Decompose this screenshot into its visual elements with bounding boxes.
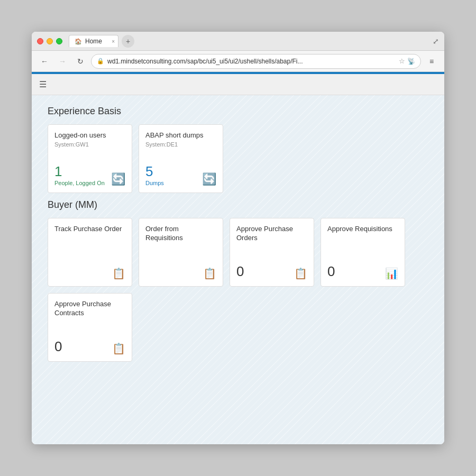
experience-basis-cards: Logged-on users System:GW1 1 People, Log…: [48, 124, 428, 193]
tab-area: 🏠 Home × +: [69, 35, 433, 48]
expand-icon[interactable]: ⤢: [433, 37, 439, 45]
card-header: ABAP short dumps System:DE1: [145, 131, 216, 148]
card-bottom: 📋: [54, 267, 125, 280]
forward-button[interactable]: →: [55, 54, 70, 69]
card-bottom: 1 People, Logged On 🔄: [54, 163, 125, 186]
card-header: Logged-on users System:GW1: [54, 131, 125, 148]
cast-icon[interactable]: 📡: [407, 58, 415, 65]
bookmark-icon[interactable]: ☆: [399, 57, 405, 65]
card-label: Dumps: [145, 180, 164, 186]
document-icon: 📋: [203, 267, 216, 280]
card-value: 0: [236, 263, 244, 280]
card-bottom: 5 Dumps 🔄: [145, 163, 216, 186]
buyer-mm-cards-row2: Approve Purchase Contracts 0 📋: [48, 293, 428, 362]
card-title: Track Purchase Order: [54, 225, 125, 234]
card-subtitle: System:DE1: [145, 141, 216, 148]
approve-purchase-orders-card[interactable]: Approve Purchase Orders 0 📋: [230, 218, 314, 287]
address-bar[interactable]: 🔒 wd1.mindsetconsulting.com/sap/bc/ui5_u…: [91, 54, 421, 69]
document-icon: 📋: [112, 267, 125, 280]
tab-close-button[interactable]: ×: [112, 39, 115, 44]
card-value: 0: [54, 338, 62, 355]
card-value-col: 5 Dumps: [145, 163, 164, 186]
document-icon: 📋: [294, 267, 307, 280]
card-title: Approve Purchase Orders: [236, 225, 307, 243]
abap-short-dumps-card[interactable]: ABAP short dumps System:DE1 5 Dumps 🔄: [139, 124, 223, 193]
traffic-lights: [37, 38, 62, 44]
card-subtitle: System:GW1: [54, 141, 125, 148]
card-value: 0: [327, 263, 335, 280]
buyer-mm-title: Buyer (MM): [48, 199, 428, 210]
card-value-col: 1 People, Logged On: [54, 163, 105, 186]
card-header: Track Purchase Order: [54, 225, 125, 234]
card-title: ABAP short dumps: [145, 131, 216, 140]
experience-basis-title: Experience Basis: [48, 106, 428, 117]
tab-label: Home: [85, 38, 102, 45]
lock-icon: 🔒: [97, 58, 104, 65]
active-tab[interactable]: 🏠 Home ×: [69, 35, 118, 47]
document-icon: 📋: [112, 342, 125, 355]
close-window-button[interactable]: [37, 38, 43, 44]
barcode-icon: 📊: [385, 267, 398, 280]
main-content: Experience Basis Logged-on users System:…: [32, 95, 444, 444]
buyer-mm-cards-row1: Track Purchase Order 📋 Order from Requis…: [48, 218, 428, 287]
url-text: wd1.mindsetconsulting.com/sap/bc/ui5_ui5…: [107, 58, 396, 65]
card-title: Order from Requisitions: [145, 225, 216, 243]
card-bottom: 📋: [145, 267, 216, 280]
refresh-icon: 🔄: [202, 172, 216, 186]
menu-button[interactable]: ≡: [424, 54, 439, 69]
tab-favicon: 🏠: [75, 38, 82, 45]
refresh-icon: 🔄: [111, 172, 125, 186]
title-bar: 🏠 Home × + ⤢: [32, 32, 444, 51]
refresh-button[interactable]: ↻: [73, 54, 88, 69]
card-header: Order from Requisitions: [145, 225, 216, 243]
logged-on-users-card[interactable]: Logged-on users System:GW1 1 People, Log…: [48, 124, 132, 193]
card-title: Approve Purchase Contracts: [54, 300, 125, 318]
experience-basis-section: Experience Basis Logged-on users System:…: [48, 106, 428, 193]
minimize-window-button[interactable]: [47, 38, 53, 44]
card-bottom: 0 📋: [236, 263, 307, 280]
card-value: 1: [54, 163, 105, 180]
track-purchase-order-card[interactable]: Track Purchase Order 📋: [48, 218, 132, 287]
window-controls: ⤢: [433, 37, 439, 45]
card-title: Approve Requisitions: [327, 225, 398, 234]
nav-bar: ← → ↻ 🔒 wd1.mindsetconsulting.com/sap/bc…: [32, 51, 444, 72]
card-value: 5: [145, 163, 164, 180]
card-title: Logged-on users: [54, 131, 125, 140]
order-from-requisitions-card[interactable]: Order from Requisitions 📋: [139, 218, 223, 287]
maximize-window-button[interactable]: [56, 38, 62, 44]
address-icons: ☆ 📡: [399, 57, 415, 65]
card-bottom: 0 📋: [54, 338, 125, 355]
browser-window: 🏠 Home × + ⤢ ← → ↻ 🔒 wd1.mindsetconsulti…: [32, 32, 444, 444]
card-header: Approve Requisitions: [327, 225, 398, 234]
hamburger-menu-button[interactable]: ☰: [39, 79, 47, 89]
new-tab-button[interactable]: +: [122, 35, 134, 48]
buyer-mm-section: Buyer (MM) Track Purchase Order 📋 Order …: [48, 199, 428, 362]
card-header: Approve Purchase Contracts: [54, 300, 125, 318]
approve-purchase-contracts-card[interactable]: Approve Purchase Contracts 0 📋: [48, 293, 132, 362]
app-toolbar: ☰: [32, 74, 444, 95]
card-label: People, Logged On: [54, 180, 105, 186]
card-bottom: 0 📊: [327, 263, 398, 280]
approve-requisitions-card[interactable]: Approve Requisitions 0 📊: [321, 218, 405, 287]
back-button[interactable]: ←: [37, 54, 52, 69]
card-header: Approve Purchase Orders: [236, 225, 307, 243]
